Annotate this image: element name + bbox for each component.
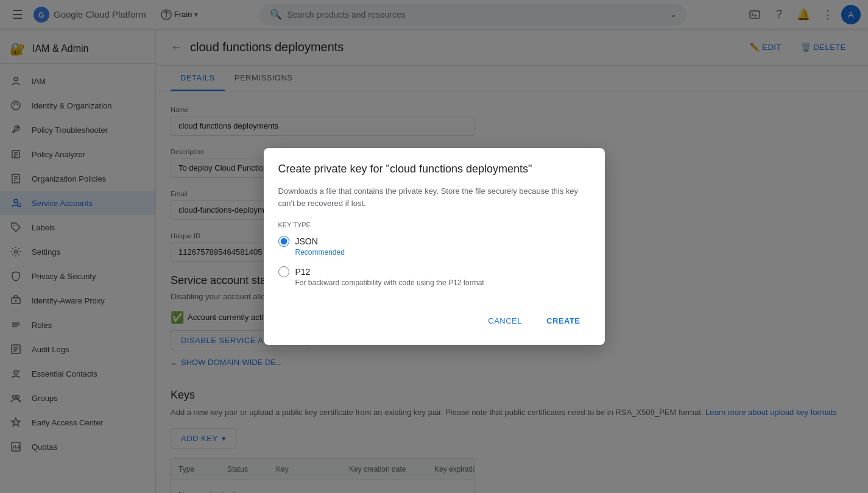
key-type-label: Key type [278, 221, 590, 229]
json-radio-option: JSON Recommended [278, 236, 590, 257]
json-recommended-label: Recommended [295, 248, 590, 257]
dialog-overlay: Create private key for "cloud functions … [0, 0, 868, 493]
dialog-title: Create private key for "cloud functions … [278, 163, 590, 176]
p12-radio-button[interactable] [278, 266, 289, 277]
cancel-button[interactable]: CANCEL [478, 311, 532, 330]
p12-radio-option: P12 For backward compatibility with code… [278, 266, 590, 287]
p12-radio-row: P12 [278, 266, 590, 277]
json-radio-button[interactable] [278, 236, 289, 247]
create-button[interactable]: CREATE [537, 311, 590, 330]
dialog-description: Downloads a file that contains the priva… [278, 185, 590, 209]
json-radio-row: JSON [278, 236, 590, 247]
json-radio-label: JSON [295, 236, 318, 246]
p12-radio-desc: For backward compatibility with code usi… [295, 278, 590, 287]
dialog-actions: CANCEL CREATE [278, 302, 590, 330]
p12-radio-label: P12 [295, 267, 311, 277]
create-key-dialog: Create private key for "cloud functions … [264, 148, 605, 345]
